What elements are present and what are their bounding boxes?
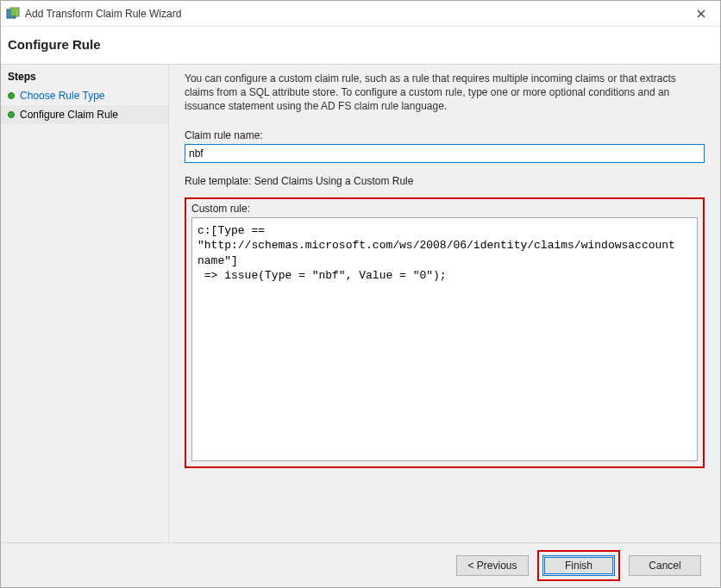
step-choose-rule-type[interactable]: Choose Rule Type — [1, 86, 168, 105]
app-icon — [6, 7, 20, 21]
rule-name-input[interactable] — [185, 144, 705, 163]
window-title: Add Transform Claim Rule Wizard — [25, 8, 681, 20]
previous-button[interactable]: < Previous — [456, 555, 529, 576]
wizard-window: Add Transform Claim Rule Wizard Configur… — [0, 0, 721, 588]
close-button[interactable] — [681, 1, 720, 27]
step-label: Configure Claim Rule — [20, 109, 118, 121]
step-complete-icon — [8, 92, 15, 99]
svg-rect-1 — [10, 8, 19, 16]
finish-button[interactable]: Finish — [542, 555, 615, 576]
step-configure-claim-rule[interactable]: Configure Claim Rule — [1, 105, 168, 124]
steps-sidebar: Steps Choose Rule Type Configure Claim R… — [1, 65, 169, 542]
custom-rule-highlight: Custom rule: — [185, 197, 705, 468]
step-current-icon — [8, 111, 15, 118]
custom-rule-textarea[interactable] — [192, 218, 697, 460]
finish-highlight: Finish — [537, 550, 620, 581]
titlebar: Add Transform Claim Rule Wizard — [1, 1, 720, 27]
custom-rule-label: Custom rule: — [191, 203, 698, 215]
rule-name-label: Claim rule name: — [185, 129, 705, 141]
page-title: Configure Rule — [8, 37, 713, 52]
steps-heading: Steps — [1, 65, 168, 86]
header-section: Configure Rule — [1, 27, 720, 65]
main-panel: You can configure a custom claim rule, s… — [169, 65, 720, 542]
custom-rule-field-wrap — [191, 217, 698, 461]
description-text: You can configure a custom claim rule, s… — [185, 72, 705, 114]
rule-template-text: Rule template: Send Claims Using a Custo… — [185, 175, 705, 187]
button-bar: < Previous Finish Cancel — [1, 542, 720, 587]
cancel-button[interactable]: Cancel — [629, 555, 701, 576]
step-link[interactable]: Choose Rule Type — [20, 90, 105, 102]
wizard-body: Steps Choose Rule Type Configure Claim R… — [1, 65, 720, 542]
